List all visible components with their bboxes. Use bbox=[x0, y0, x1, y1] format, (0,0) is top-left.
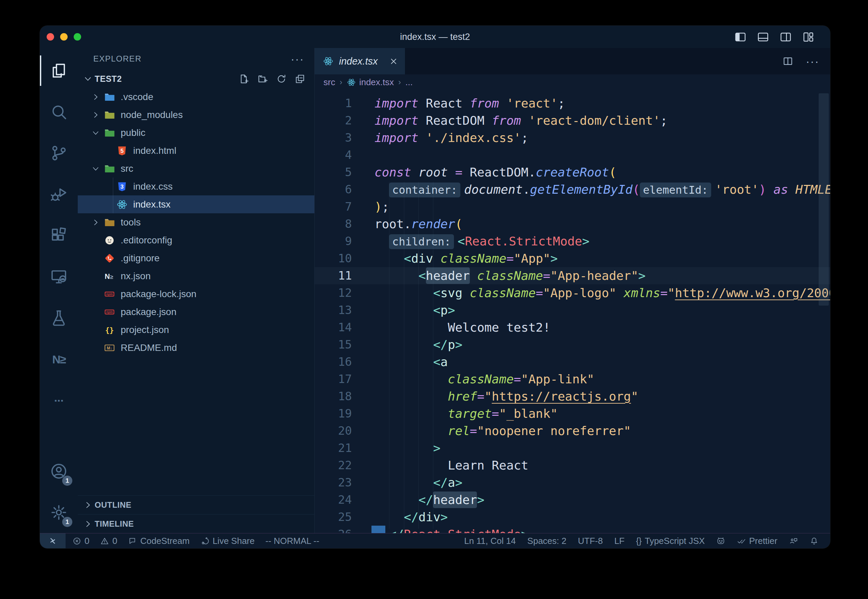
code-line-24[interactable]: 24 </header> bbox=[315, 491, 830, 509]
code-line-5[interactable]: 5const root = ReactDOM.createRoot( bbox=[315, 164, 830, 181]
collapse-all-icon[interactable] bbox=[295, 73, 305, 84]
panel-outline[interactable]: OUTLINE bbox=[78, 495, 314, 514]
tree-item-.gitignore[interactable]: .gitignore bbox=[78, 249, 314, 267]
tree-item-package.json[interactable]: npmpackage.json bbox=[78, 303, 314, 321]
tree-item-public[interactable]: public bbox=[78, 124, 314, 141]
status-errors[interactable]: 0 bbox=[72, 536, 89, 546]
status-live-share[interactable]: Live Share bbox=[200, 536, 254, 546]
activity-settings[interactable]: 1 bbox=[40, 492, 78, 533]
activity-testing[interactable] bbox=[40, 298, 78, 339]
indent-guide bbox=[418, 182, 419, 529]
activity-remote-explorer[interactable] bbox=[40, 256, 78, 298]
new-folder-icon[interactable] bbox=[257, 73, 268, 84]
split-editor-icon[interactable] bbox=[782, 56, 794, 67]
activity-explorer[interactable] bbox=[40, 50, 78, 91]
activity-nx-console[interactable]: N≥ bbox=[40, 339, 78, 380]
new-file-icon[interactable] bbox=[239, 73, 250, 84]
activity-extensions[interactable] bbox=[40, 215, 78, 256]
code-line-23[interactable]: 23 </a> bbox=[315, 474, 830, 491]
code-line-18[interactable]: 18 href="https://reactjs.org" bbox=[315, 388, 830, 405]
status-notifications[interactable] bbox=[809, 536, 818, 546]
code-line-4[interactable]: 4 bbox=[315, 146, 830, 164]
status-prettier[interactable]: Prettier bbox=[737, 536, 778, 546]
status-warnings[interactable]: 0 bbox=[100, 536, 117, 546]
breadcrumb-item[interactable]: src bbox=[323, 77, 335, 87]
activity-accounts[interactable]: 1 bbox=[40, 451, 78, 492]
tree-item-package-lock.json[interactable]: npmpackage-lock.json bbox=[78, 285, 314, 303]
code-line-17[interactable]: 17 className="App-link" bbox=[315, 370, 830, 388]
status-text: CodeStream bbox=[140, 536, 190, 546]
close-window-button[interactable] bbox=[47, 33, 54, 41]
nx-file-icon: N≥ bbox=[104, 271, 115, 282]
activity-source-control[interactable] bbox=[40, 132, 78, 174]
code-line-2[interactable]: 2import ReactDOM from 'react-dom/client'… bbox=[315, 112, 830, 129]
tree-item-index.tsx[interactable]: index.tsx bbox=[78, 196, 314, 213]
code-line-3[interactable]: 3import './index.css'; bbox=[315, 129, 830, 146]
tree-item-node_modules[interactable]: node_modules bbox=[78, 106, 314, 124]
file-label: .editorconfig bbox=[121, 235, 172, 246]
status-feedback[interactable] bbox=[789, 536, 798, 546]
status-language-mode[interactable]: {}TypeScript JSX bbox=[636, 536, 705, 546]
activity-run-and-debug[interactable] bbox=[40, 174, 78, 215]
code-line-21[interactable]: 21 > bbox=[315, 439, 830, 457]
code-line-25[interactable]: 25 </div> bbox=[315, 509, 830, 526]
tree-item-src[interactable]: src bbox=[78, 160, 314, 178]
breadcrumb-label: src bbox=[323, 77, 335, 87]
code-line-15[interactable]: 15 </p> bbox=[315, 336, 830, 353]
code-line-26[interactable]: 26 </React.StrictMode> bbox=[315, 526, 830, 533]
tree-item-nx.json[interactable]: N≥nx.json bbox=[78, 267, 314, 285]
status-encoding[interactable]: UTF-8 bbox=[578, 536, 603, 546]
tree-item-index.css[interactable]: 3index.css bbox=[78, 178, 314, 196]
title-bar[interactable]: index.tsx — test2 bbox=[40, 26, 830, 48]
code-line-8[interactable]: 8root.render( bbox=[315, 215, 830, 233]
tree-item-.vscode[interactable]: .vscode bbox=[78, 88, 314, 106]
status-eol[interactable]: LF bbox=[614, 536, 624, 546]
layout-split-icon[interactable] bbox=[779, 31, 792, 43]
code-line-19[interactable]: 19 target="_blank" bbox=[315, 405, 830, 422]
status-github[interactable] bbox=[716, 536, 725, 546]
status-codestream[interactable]: CodeStream bbox=[128, 536, 190, 546]
status-indentation[interactable]: Spaces: 2 bbox=[527, 536, 567, 546]
code-line-11[interactable]: 11 <header className="App-header"> bbox=[315, 267, 830, 284]
tab-index-tsx[interactable]: index.tsx bbox=[315, 48, 405, 74]
close-icon[interactable] bbox=[389, 57, 398, 66]
code-line-10[interactable]: 10 <div className="App"> bbox=[315, 250, 830, 267]
code-line-9[interactable]: 9 children:<React.StrictMode> bbox=[315, 233, 830, 250]
activity-additional-views[interactable]: ··· bbox=[40, 380, 78, 421]
status-cursor-position[interactable]: Ln 11, Col 14 bbox=[464, 536, 516, 546]
layout-sidebar-icon[interactable] bbox=[734, 31, 747, 43]
refresh-icon[interactable] bbox=[276, 73, 287, 84]
tree-item-README.md[interactable]: M↓README.md bbox=[78, 339, 314, 357]
breadcrumb-item[interactable]: ... bbox=[405, 77, 413, 87]
panel-timeline[interactable]: TIMELINE bbox=[78, 514, 314, 533]
activity-search[interactable] bbox=[40, 91, 78, 132]
line-content bbox=[362, 146, 375, 164]
remote-indicator[interactable] bbox=[40, 533, 66, 548]
status-vim-mode[interactable]: -- NORMAL -- bbox=[265, 536, 319, 546]
code-line-22[interactable]: 22 Learn React bbox=[315, 457, 830, 474]
chevron-down-icon[interactable] bbox=[83, 74, 95, 83]
zoom-window-button[interactable] bbox=[74, 33, 81, 41]
code-line-13[interactable]: 13 <p> bbox=[315, 301, 830, 319]
code-line-1[interactable]: 1import React from 'react'; bbox=[315, 95, 830, 112]
tree-item-tools[interactable]: tools bbox=[78, 213, 314, 231]
sidebar-more-icon[interactable]: ··· bbox=[291, 53, 304, 66]
more-actions-icon[interactable]: ··· bbox=[806, 55, 819, 68]
project-section-header[interactable]: TEST2 bbox=[78, 70, 314, 88]
code-line-20[interactable]: 20 rel="noopener noreferrer" bbox=[315, 422, 830, 439]
layout-grid-icon[interactable] bbox=[802, 31, 815, 43]
layout-panel-icon[interactable] bbox=[757, 31, 769, 43]
tree-item-index.html[interactable]: 5index.html bbox=[78, 141, 314, 160]
code-editor[interactable]: 1import React from 'react';2import React… bbox=[315, 90, 830, 533]
code-line-12[interactable]: 12 <svg className="App-logo" xmlns="http… bbox=[315, 284, 830, 301]
code-line-7[interactable]: 7); bbox=[315, 198, 830, 215]
minimize-window-button[interactable] bbox=[60, 33, 68, 41]
code-line-16[interactable]: 16 <a bbox=[315, 353, 830, 370]
breadcrumb-item[interactable]: index.tsx bbox=[347, 77, 394, 87]
folder-public-icon bbox=[104, 127, 115, 138]
tree-item-.editorconfig[interactable]: .editorconfig bbox=[78, 231, 314, 249]
tree-item-project.json[interactable]: {}project.json bbox=[78, 321, 314, 339]
code-line-6[interactable]: 6 container:document.getElementById(elem… bbox=[315, 181, 830, 198]
code-line-14[interactable]: 14 Welcome test2! bbox=[315, 319, 830, 336]
vertical-scrollbar[interactable] bbox=[818, 93, 829, 306]
